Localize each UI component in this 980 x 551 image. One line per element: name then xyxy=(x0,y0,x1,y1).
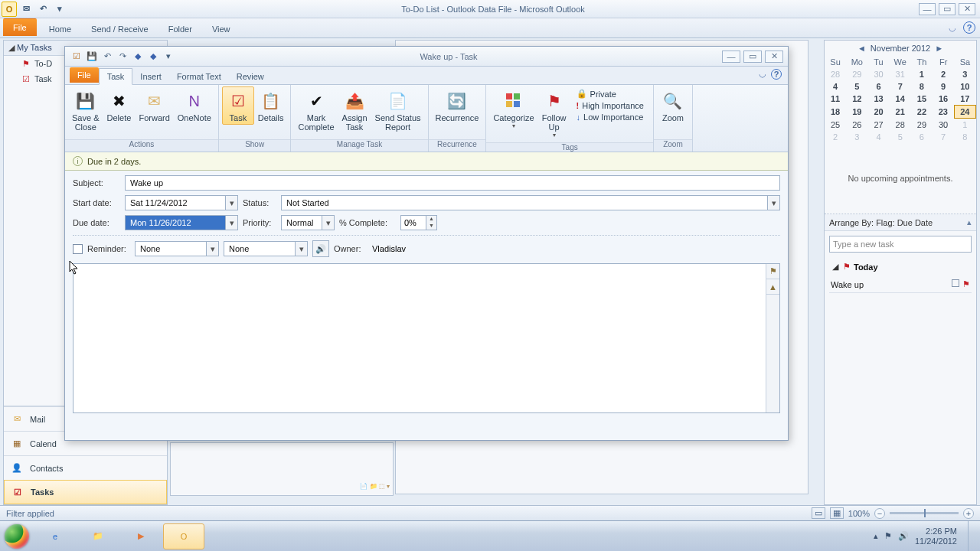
help-icon[interactable]: ? xyxy=(771,69,782,80)
task-icon[interactable]: ☑ xyxy=(70,50,83,64)
body-scrollbar[interactable]: ⚑ ▲ xyxy=(766,264,779,412)
chevron-down-icon: ▾ xyxy=(767,196,779,210)
delete-button[interactable]: ✖Delete xyxy=(103,86,135,125)
close-icon[interactable]: ✕ xyxy=(959,3,975,15)
task-tab-insert[interactable]: Insert xyxy=(132,69,169,84)
folder-tasks[interactable]: ☑Tasks xyxy=(4,480,167,504)
arrange-by[interactable]: Arrange By: Flag: Due Date ▴ xyxy=(825,214,976,231)
zoom-slider[interactable] xyxy=(890,512,959,514)
expand-icon: ◢ xyxy=(832,262,840,272)
maximize-icon[interactable]: ▭ xyxy=(939,3,956,15)
task-tab-task[interactable]: Task xyxy=(99,68,133,85)
tab-file[interactable]: File xyxy=(3,18,37,36)
status-report-icon: 📄 xyxy=(386,89,410,113)
task-window-title: Wake up - Task xyxy=(175,52,722,61)
pct-complete-spinner[interactable]: 0%▲▼ xyxy=(400,215,437,230)
priority-combo[interactable]: Normal▾ xyxy=(281,215,335,230)
low-importance-button[interactable]: ↓Low Importance xyxy=(573,112,647,122)
view-normal-icon[interactable]: ▭ xyxy=(812,507,825,519)
task-tab-file[interactable]: File xyxy=(70,67,99,83)
taskbar-explorer[interactable]: 📁 xyxy=(77,523,119,549)
outlook-icon: O xyxy=(181,532,188,541)
taskbar-ie[interactable]: e xyxy=(34,523,76,549)
task-group-today[interactable]: ◢ ⚑ Today xyxy=(829,259,972,275)
qat-dropdown-icon[interactable]: ▾ xyxy=(162,50,175,64)
subject-input[interactable] xyxy=(125,175,780,191)
tab-folder[interactable]: Folder xyxy=(158,20,202,37)
folder-contacts[interactable]: 👤Contacts xyxy=(4,455,167,480)
onenote-button[interactable]: NOneNote xyxy=(174,86,215,125)
save-icon[interactable]: 💾 xyxy=(85,50,99,64)
new-task-input[interactable]: Type a new task xyxy=(829,236,972,253)
follow-up-button[interactable]: ⚑Follow Up▾ xyxy=(538,86,570,141)
svg-rect-2 xyxy=(506,101,512,107)
onenote-icon: N xyxy=(182,89,207,113)
tray-expand-icon[interactable]: ▴ xyxy=(874,531,878,541)
outlook-icon[interactable]: O xyxy=(2,2,17,17)
tab-send-receive[interactable]: Send / Receive xyxy=(81,20,158,37)
prev-item-icon[interactable]: ◆ xyxy=(131,50,145,64)
chevron-down-icon: ▾ xyxy=(206,242,218,256)
view-reading-icon[interactable]: ▦ xyxy=(830,507,844,519)
show-task-button[interactable]: ☑Task xyxy=(222,86,254,125)
clock[interactable]: 2:26 PM11/24/2012 xyxy=(915,527,957,545)
tab-view[interactable]: View xyxy=(202,20,240,37)
task-window-titlebar: ☑ 💾 ↶ ↷ ◆ ◆ ▾ Wake up - Task — ▭ ✕ xyxy=(65,47,788,67)
undo-icon[interactable]: ↶ xyxy=(35,2,51,17)
show-details-button[interactable]: 📋Details xyxy=(254,86,288,125)
next-item-icon[interactable]: ◆ xyxy=(146,50,160,64)
mark-complete-button[interactable]: ✔Mark Complete xyxy=(294,86,338,134)
qat-dropdown-icon[interactable]: ▾ xyxy=(52,2,67,17)
send-receive-qat-icon[interactable]: ✉ xyxy=(18,2,34,17)
scroll-up-icon: ▲ xyxy=(766,279,779,295)
close-icon[interactable]: ✕ xyxy=(765,51,783,63)
reminder-date-combo[interactable]: None▾ xyxy=(135,241,219,256)
assign-task-button[interactable]: 📤Assign Task xyxy=(338,86,371,134)
volume-icon[interactable]: 🔊 xyxy=(898,531,909,541)
show-desktop-button[interactable] xyxy=(968,521,975,552)
zoom-button[interactable]: 🔍Zoom xyxy=(657,86,689,125)
tab-home[interactable]: Home xyxy=(39,20,81,37)
calendar-grid[interactable]: SuMoTuWeThFrSa28293031123456789101112131… xyxy=(825,56,976,143)
prev-month-icon[interactable]: ◄ xyxy=(858,44,866,53)
zoom-icon: 🔍 xyxy=(661,89,685,113)
private-button[interactable]: 🔒Private xyxy=(573,88,647,99)
zoom-value[interactable]: 100% xyxy=(848,509,870,518)
zoom-in-button[interactable]: + xyxy=(963,508,974,519)
task-body-editor[interactable]: ⚑ ▲ xyxy=(73,263,780,413)
recurrence-button[interactable]: 🔄Recurrence xyxy=(432,86,483,125)
reminder-sound-button[interactable]: 🔊 xyxy=(312,240,329,257)
status-combo[interactable]: Not Started▾ xyxy=(281,195,780,210)
save-close-button[interactable]: 💾Save & Close xyxy=(68,86,103,134)
zoom-out-button[interactable]: − xyxy=(874,508,885,519)
task-tab-review[interactable]: Review xyxy=(229,69,272,84)
undo-icon[interactable]: ↶ xyxy=(100,50,114,64)
reminder-checkbox[interactable] xyxy=(73,244,83,254)
send-status-button[interactable]: 📄Send Status Report xyxy=(371,86,425,134)
categorize-button[interactable]: Categorize▾ xyxy=(489,86,537,132)
task-list-item[interactable]: Wake up ⚑ xyxy=(829,276,972,293)
app-titlebar: O ✉ ↶ ▾ To-Do List - Outlook Data File -… xyxy=(0,0,980,18)
media-player-icon: ▶ xyxy=(138,531,144,541)
flag-tag-icon: ⚑ xyxy=(766,264,779,279)
redo-icon[interactable]: ↷ xyxy=(116,50,129,64)
due-date-combo[interactable]: Mon 11/26/2012▾ xyxy=(125,215,238,230)
start-button[interactable] xyxy=(0,521,34,552)
next-month-icon[interactable]: ► xyxy=(935,44,943,53)
ribbon-minimize-icon[interactable]: ◡ xyxy=(946,21,959,34)
forward-button[interactable]: ✉Forward xyxy=(135,86,173,125)
taskbar-outlook[interactable]: O xyxy=(163,523,204,549)
ribbon-minimize-icon[interactable]: ◡ xyxy=(759,69,766,80)
action-center-icon[interactable]: ⚑ xyxy=(884,531,892,541)
taskbar-media[interactable]: ▶ xyxy=(120,523,162,549)
reminder-time-combo[interactable]: None▾ xyxy=(224,241,308,256)
help-icon[interactable]: ? xyxy=(963,21,975,34)
minimize-icon[interactable]: — xyxy=(722,51,740,63)
maximize-icon[interactable]: ▭ xyxy=(743,51,762,63)
task-tab-format[interactable]: Format Text xyxy=(169,69,229,84)
start-date-combo[interactable]: Sat 11/24/2012▾ xyxy=(125,195,238,210)
high-importance-button[interactable]: !High Importance xyxy=(573,100,647,111)
owner-label: Owner: xyxy=(334,244,368,253)
task-qat: ☑ 💾 ↶ ↷ ◆ ◆ ▾ xyxy=(65,50,175,64)
minimize-icon[interactable]: — xyxy=(919,3,936,15)
